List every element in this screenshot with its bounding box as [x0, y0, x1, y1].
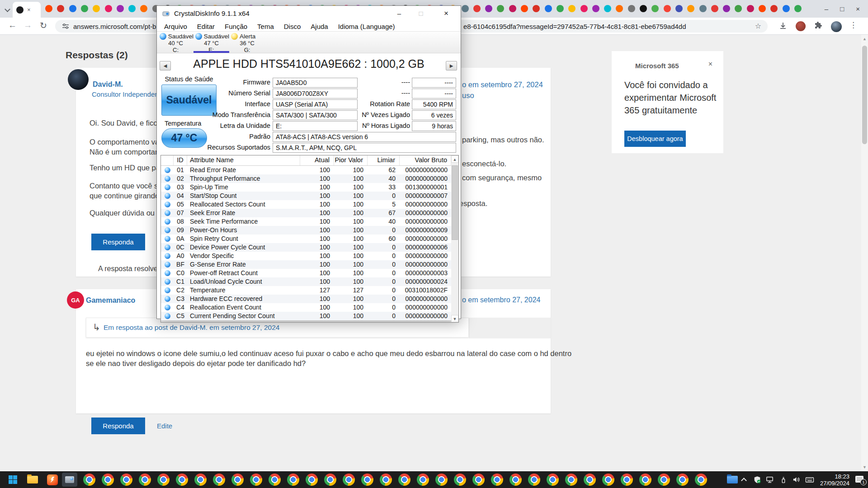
- tab-favicon[interactable]: [140, 5, 147, 12]
- profile-badge-icon[interactable]: [796, 21, 806, 31]
- chrome-taskbar-icon[interactable]: [157, 474, 170, 486]
- in-reply-to-link[interactable]: Em resposta ao post de David-M. em setem…: [104, 324, 279, 332]
- chrome-taskbar-icon[interactable]: [454, 474, 466, 486]
- browser-close-button[interactable]: ×: [856, 5, 860, 13]
- table-scrollbar[interactable]: ▲ ▼: [451, 155, 458, 322]
- table-row[interactable]: C3Hardware ECC recovered1001000000000000…: [161, 295, 451, 303]
- active-tab[interactable]: ×: [13, 2, 41, 18]
- tab-favicon[interactable]: [521, 5, 528, 12]
- tab-favicon[interactable]: [735, 5, 742, 12]
- blue-app-icon[interactable]: [725, 471, 740, 488]
- chrome-taskbar-icon[interactable]: [269, 474, 281, 486]
- table-row[interactable]: C0Power-off Retract Count100100000000000…: [161, 269, 451, 277]
- start-button[interactable]: [5, 471, 20, 488]
- taskbar-clock[interactable]: 18:23 27/09/2024: [818, 473, 851, 487]
- chrome-taskbar-icon[interactable]: [528, 474, 540, 486]
- menu-item-fun-o[interactable]: Função: [220, 23, 252, 30]
- drive-tab-C[interactable]: Saudável40 °CC:: [158, 32, 193, 53]
- scroll-down-icon[interactable]: ▼: [451, 315, 458, 322]
- tab-favicon[interactable]: [723, 5, 730, 12]
- chrome-taskbar-icon[interactable]: [621, 474, 633, 486]
- chrome-taskbar-icon[interactable]: [658, 474, 670, 486]
- tab-favicon[interactable]: [117, 5, 124, 12]
- scrollbar-thumb[interactable]: [452, 165, 458, 240]
- tab-favicon[interactable]: [57, 5, 64, 12]
- chrome-taskbar-icon[interactable]: [343, 474, 355, 486]
- avatar[interactable]: GA: [67, 291, 84, 309]
- window-maximize-button[interactable]: □: [411, 6, 431, 21]
- tab-favicon[interactable]: [628, 5, 635, 12]
- menu-item-editar[interactable]: Editar: [192, 23, 220, 30]
- window-minimize-button[interactable]: –: [389, 6, 409, 21]
- chrome-taskbar-icon[interactable]: [417, 474, 429, 486]
- author-link[interactable]: Gamemaniaco: [86, 296, 135, 305]
- tab-favicon[interactable]: [651, 5, 659, 12]
- table-row[interactable]: 07Seek Error Rate10010067000000000000: [161, 209, 451, 217]
- chrome-taskbar-icon[interactable]: [380, 474, 392, 486]
- table-row[interactable]: 04Start/Stop Count1001000000000000007: [161, 192, 451, 200]
- file-explorer-icon[interactable]: [25, 471, 40, 488]
- report-link-fragment[interactable]: uso: [462, 91, 474, 100]
- chrome-taskbar-icon[interactable]: [194, 474, 207, 486]
- chrome-taskbar-icon[interactable]: [491, 474, 503, 486]
- table-row[interactable]: BFG-Sense Error Rate1001000000000000000: [161, 260, 451, 269]
- table-row[interactable]: 02Throughput Performance1001004000000000…: [161, 174, 451, 183]
- menu-item-tema[interactable]: Tema: [252, 23, 279, 30]
- scrollbar-thumb[interactable]: [862, 46, 867, 144]
- tab-favicon[interactable]: [794, 5, 802, 12]
- tab-favicon[interactable]: [616, 5, 623, 12]
- tab-favicon[interactable]: [462, 5, 469, 12]
- drive-tab-G[interactable]: Alerta36 °CG:: [229, 32, 265, 53]
- tab-favicon[interactable]: [770, 5, 778, 12]
- chrome-taskbar-icon[interactable]: [213, 474, 225, 486]
- chrome-taskbar-icon[interactable]: [250, 474, 262, 486]
- window-titlebar[interactable]: CrystalDiskInfo 9.1.1 x64 – □ ×: [157, 6, 461, 21]
- tab-favicon[interactable]: [568, 5, 576, 12]
- download-icon[interactable]: [778, 21, 788, 30]
- chrome-taskbar-icon[interactable]: [695, 474, 707, 486]
- drive-tab-E[interactable]: Saudável47 °CE:: [193, 32, 229, 53]
- profile-avatar[interactable]: [831, 21, 842, 32]
- chrome-taskbar-icon[interactable]: [565, 474, 577, 486]
- chrome-taskbar-icon[interactable]: [287, 474, 299, 486]
- chrome-taskbar-icon[interactable]: [176, 474, 188, 486]
- table-row[interactable]: 0CDevice Power Cycle Count10010000000000…: [161, 243, 451, 252]
- tab-favicon[interactable]: [497, 5, 504, 12]
- chrome-taskbar-icon[interactable]: [472, 474, 485, 486]
- notification-center-icon[interactable]: 1: [855, 475, 865, 484]
- chrome-taskbar-icon[interactable]: [324, 474, 336, 486]
- table-row[interactable]: C4Reallocation Event Count10010000000000…: [161, 303, 451, 312]
- window-close-button[interactable]: ×: [436, 6, 456, 21]
- tab-favicon[interactable]: [592, 5, 599, 12]
- chrome-taskbar-icon[interactable]: [139, 474, 151, 486]
- tab-favicon[interactable]: [580, 5, 588, 12]
- reply-button[interactable]: Responda: [91, 418, 145, 434]
- scroll-down-icon[interactable]: ▼: [863, 465, 867, 469]
- tab-favicon[interactable]: [81, 5, 88, 12]
- back-button[interactable]: ←: [8, 20, 17, 30]
- table-row[interactable]: C1Load/Unload Cycle Count100100000000000…: [161, 277, 451, 286]
- browser-minimize-button[interactable]: –: [825, 5, 828, 13]
- tab-favicon[interactable]: [473, 5, 481, 12]
- post-date-link[interactable]: o em setembro 27, 2024: [462, 80, 543, 89]
- windows-security-shield-icon[interactable]: [753, 475, 762, 484]
- avatar[interactable]: [68, 69, 89, 90]
- menu-item-idioma-language-[interactable]: Idioma (Language): [333, 23, 400, 30]
- unlock-now-button[interactable]: Desbloquear agora: [624, 131, 686, 147]
- chrome-taskbar-icon[interactable]: [231, 474, 244, 486]
- tab-favicon[interactable]: [485, 5, 492, 12]
- menu-item-disco[interactable]: Disco: [279, 23, 306, 30]
- tab-favicon[interactable]: [604, 5, 611, 12]
- speaker-volume-icon[interactable]: [792, 475, 801, 484]
- forward-button[interactable]: →: [24, 20, 32, 30]
- orange-app-icon[interactable]: [45, 471, 60, 488]
- tab-close-icon[interactable]: ×: [27, 7, 31, 13]
- previous-drive-button[interactable]: ◀: [160, 61, 171, 70]
- tab-search-chevron-icon[interactable]: [5, 6, 10, 12]
- tab-favicon[interactable]: [557, 5, 564, 12]
- tab-favicon[interactable]: [128, 5, 136, 12]
- table-row[interactable]: 08Seek Time Performance10010040000000000…: [161, 217, 451, 226]
- post-date-link[interactable]: o em setembro 27, 2024: [462, 296, 540, 304]
- table-row[interactable]: 01Read Error Rate10010062000000000000: [161, 166, 451, 174]
- table-row[interactable]: 03Spin-Up Time10010033001300000001: [161, 183, 451, 192]
